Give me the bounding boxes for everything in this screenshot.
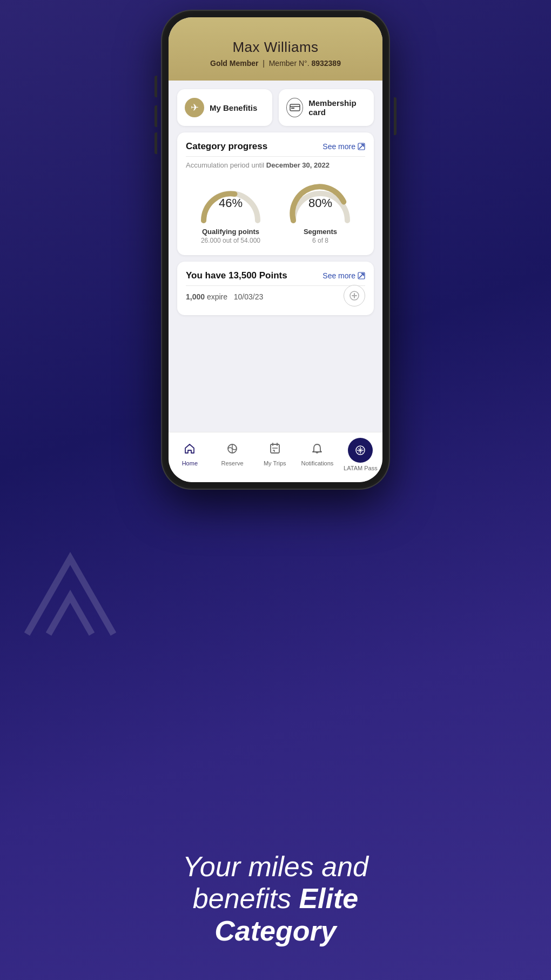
points-external-link-icon: [358, 272, 365, 279]
nav-notifications-label: Notifications: [301, 460, 333, 466]
category-progress-card: Category progress See more Accumulation …: [177, 132, 374, 255]
quick-actions: ✈ My Benefitis Membership card: [177, 89, 374, 126]
nav-home-label: Home: [182, 460, 198, 466]
segments-gauge: 80% Segments 6 of 8: [285, 180, 355, 244]
qualifying-detail: 26.000 out of 54.000: [201, 237, 260, 244]
nav-home[interactable]: Home: [173, 443, 206, 466]
points-card: You have 13,500 Points See more 1,00: [177, 262, 374, 315]
category-see-more[interactable]: See more: [322, 142, 365, 151]
main-content: ✈ My Benefitis Membership card: [169, 81, 382, 432]
gauges-row: 46% Qualifying points 26.000 out of 54.0…: [186, 176, 365, 246]
card-label: Membership card: [308, 98, 366, 117]
header-section: Max Williams Gold Member | Member N°. 89…: [169, 17, 382, 81]
phone-device: Max Williams Gold Member | Member N°. 89…: [162, 11, 389, 489]
divider1: [186, 156, 365, 157]
points-see-more[interactable]: See more: [322, 271, 365, 280]
nav-notifications[interactable]: Notifications: [301, 443, 333, 466]
my-trips-icon: [269, 443, 281, 458]
qualifying-label: Qualifying points: [202, 228, 259, 236]
category-progress-header: Category progress See more: [186, 141, 365, 152]
accumulation-text: Accumulation period until December 30, 2…: [186, 161, 365, 169]
notifications-icon: [311, 443, 323, 458]
nav-my-trips-label: My Trips: [264, 460, 286, 466]
bottom-nav: Home Reserve: [169, 432, 382, 482]
phone-outer: Max Williams Gold Member | Member N°. 89…: [162, 11, 389, 489]
qualifying-gauge-svg: 46%: [196, 180, 266, 223]
user-membership: Gold Member | Member N°. 8932389: [182, 59, 369, 68]
points-expiry: 1,000 expire 10/03/23: [186, 292, 263, 301]
member-number: 8932389: [311, 59, 341, 68]
tagline: Your miles and benefits Elite Category: [32, 851, 519, 948]
qualifying-points-gauge: 46% Qualifying points 26.000 out of 54.0…: [196, 180, 266, 244]
user-tier: Gold Member: [210, 59, 258, 68]
benefits-label: My Benefitis: [210, 103, 257, 112]
svg-rect-2: [291, 108, 294, 109]
membership-card-button[interactable]: Membership card: [279, 89, 374, 126]
nav-latam-pass-label: LATAM Pass: [344, 465, 378, 471]
reserve-icon: [226, 443, 238, 458]
phone-screen: Max Williams Gold Member | Member N°. 89…: [169, 17, 382, 482]
home-icon: [184, 443, 196, 458]
points-title: You have 13,500 Points: [186, 270, 287, 281]
qualifying-percent: 46%: [219, 196, 243, 210]
external-link-icon: [358, 143, 365, 150]
latam-pass-icon: [348, 438, 373, 463]
nav-latam-pass[interactable]: LATAM Pass: [344, 438, 378, 471]
svg-rect-10: [271, 444, 279, 453]
bottom-tagline-section: Your miles and benefits Elite Category: [0, 851, 551, 948]
member-label: Member N°.: [269, 59, 310, 68]
nav-my-trips[interactable]: My Trips: [259, 443, 291, 466]
benefits-icon: ✈: [185, 98, 204, 117]
segments-gauge-svg: 80%: [285, 180, 355, 223]
my-benefits-button[interactable]: ✈ My Benefitis: [177, 89, 272, 126]
nav-reserve[interactable]: Reserve: [216, 443, 248, 466]
segments-percent: 80%: [308, 196, 332, 210]
segments-detail: 6 of 8: [312, 237, 328, 244]
bg-watermark: [16, 548, 124, 656]
divider2: [186, 285, 365, 286]
points-header: You have 13,500 Points See more: [186, 270, 365, 281]
card-icon: [286, 98, 303, 117]
nav-reserve-label: Reserve: [221, 460, 244, 466]
segments-label: Segments: [304, 228, 337, 236]
add-points-button[interactable]: [344, 285, 365, 306]
category-progress-title: Category progress: [186, 141, 267, 152]
user-name: Max Williams: [182, 39, 369, 56]
